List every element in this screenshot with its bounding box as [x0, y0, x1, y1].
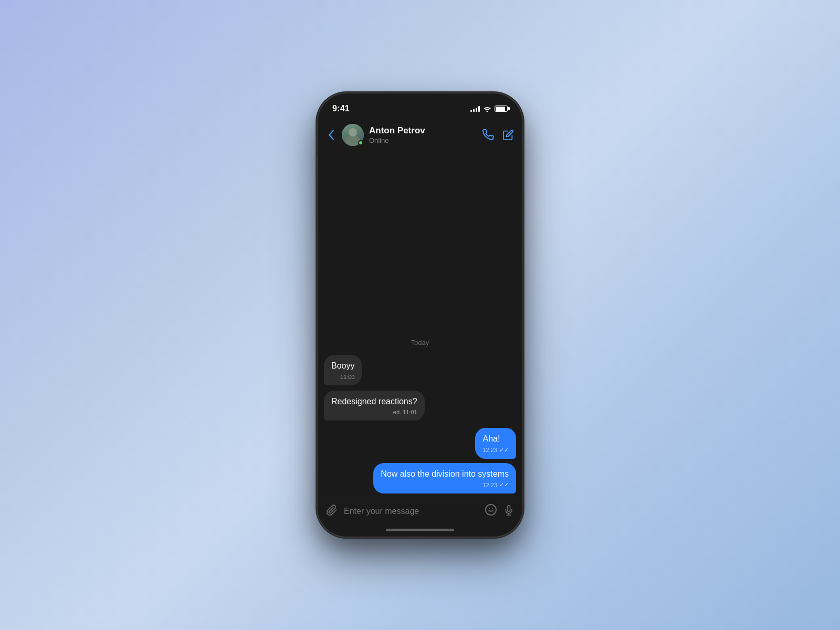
message-text: Redesigned reactions?: [331, 396, 417, 407]
phone-notch: [386, 93, 454, 109]
status-icons: [470, 106, 508, 112]
message-time: 11:00: [340, 374, 355, 380]
message-text: Now also the division into systems: [381, 468, 509, 480]
header-actions: [482, 129, 514, 141]
read-receipt-icon: ✓✓: [499, 447, 509, 454]
message-meta: ed. 11:01: [331, 409, 417, 415]
svg-point-0: [486, 505, 496, 515]
call-button[interactable]: [482, 129, 494, 141]
message-time: 12:23: [482, 482, 497, 488]
message-bubble[interactable]: Redesigned reactions? ed. 11:01: [324, 391, 425, 421]
message-row: Aha! 12:23 ✓✓: [324, 428, 516, 458]
message-row: Redesigned reactions? ed. 11:01: [324, 391, 516, 421]
signal-bars-icon: [470, 106, 480, 112]
message-bubble[interactable]: Now also the division into systems 12:23…: [373, 463, 516, 494]
edit-button[interactable]: [502, 129, 514, 141]
attach-button[interactable]: [326, 505, 338, 519]
message-bubble[interactable]: Aha! 12:23 ✓✓: [475, 428, 516, 458]
battery-icon: [495, 106, 508, 112]
messages-container: Booyy 11:00 Redesigned reactions? ed. 11…: [324, 355, 516, 494]
emoji-button[interactable]: [485, 503, 497, 519]
status-time: 9:41: [332, 104, 350, 113]
message-row: Booyy 11:00: [324, 355, 516, 385]
online-indicator: [358, 140, 363, 145]
date-separator: Today: [324, 339, 516, 346]
phone-frame: 9:41: [318, 93, 522, 537]
wifi-icon: [483, 106, 491, 112]
message-bubble[interactable]: Booyy 11:00: [324, 355, 362, 385]
chat-header: Anton Petrov Online: [318, 120, 522, 152]
message-time: ed. 11:01: [393, 409, 417, 415]
contact-info: Anton Petrov Online: [369, 125, 477, 144]
message-meta: 11:00: [331, 374, 354, 380]
message-text: Booyy: [331, 360, 354, 372]
home-indicator-bar: [386, 529, 454, 531]
message-text: Aha!: [482, 433, 509, 445]
contact-status: Online: [369, 136, 477, 144]
chat-area: Today Booyy 11:00 Redesigned reactions? …: [318, 152, 522, 498]
contact-name: Anton Petrov: [369, 125, 477, 136]
message-row: Now also the division into systems 12:23…: [324, 463, 516, 494]
back-button[interactable]: [326, 128, 337, 142]
message-meta: 12:23 ✓✓: [482, 447, 509, 454]
read-receipt-icon: ✓✓: [499, 481, 509, 488]
mic-button[interactable]: [503, 505, 514, 519]
input-bar: [318, 498, 522, 524]
message-input[interactable]: [344, 507, 478, 516]
avatar[interactable]: [342, 124, 364, 146]
message-meta: 12:23 ✓✓: [381, 481, 509, 488]
message-time: 12:23: [482, 447, 497, 453]
home-indicator: [318, 524, 522, 537]
